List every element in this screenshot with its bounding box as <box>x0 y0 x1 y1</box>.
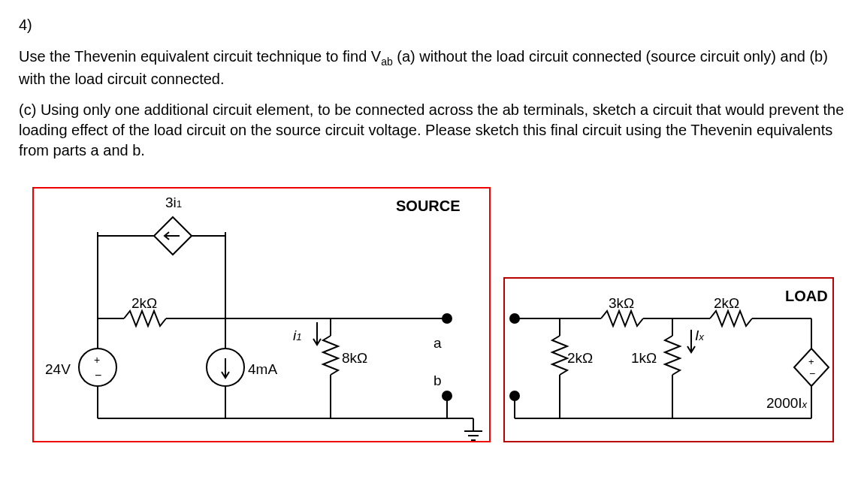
terminal-a-label: a <box>434 333 442 353</box>
r2k-right-label: 2kΩ <box>714 294 739 313</box>
svg-point-22 <box>442 313 452 324</box>
svg-text:+: + <box>94 354 100 366</box>
ccvs-load-label: 2000Ix <box>766 394 807 413</box>
vsrc-label: 24V <box>45 360 71 379</box>
r2k-load-label: 2kΩ <box>567 349 593 368</box>
r8k-label: 8kΩ <box>342 349 367 368</box>
ix-label: Ix <box>695 326 704 346</box>
svg-text:+: + <box>808 356 814 367</box>
ccvs-source-label: 3i1 <box>165 193 182 213</box>
circuit-svg: + − <box>19 180 845 450</box>
r2k-left-label: 2kΩ <box>131 294 157 313</box>
r3k-label: 3kΩ <box>609 294 634 313</box>
svg-point-26 <box>442 391 452 401</box>
problem-number: 4) <box>19 15 845 35</box>
svg-text:−: − <box>809 367 815 379</box>
para1-prefix: Use the Thevenin equivalent circuit tech… <box>19 48 381 65</box>
isrc-label: 4mA <box>248 360 277 379</box>
terminal-b-label: b <box>434 371 442 391</box>
problem-paragraph-1: Use the Thevenin equivalent circuit tech… <box>19 47 845 89</box>
circuit-diagram: SOURCE LOAD + − <box>19 180 845 450</box>
svg-text:−: − <box>95 369 101 382</box>
para1-sub: ab <box>381 56 393 68</box>
r1k-label: 1kΩ <box>631 349 657 368</box>
problem-paragraph-2: (c) Using only one additional circuit el… <box>19 100 845 161</box>
i1-label: i1 <box>293 326 302 346</box>
